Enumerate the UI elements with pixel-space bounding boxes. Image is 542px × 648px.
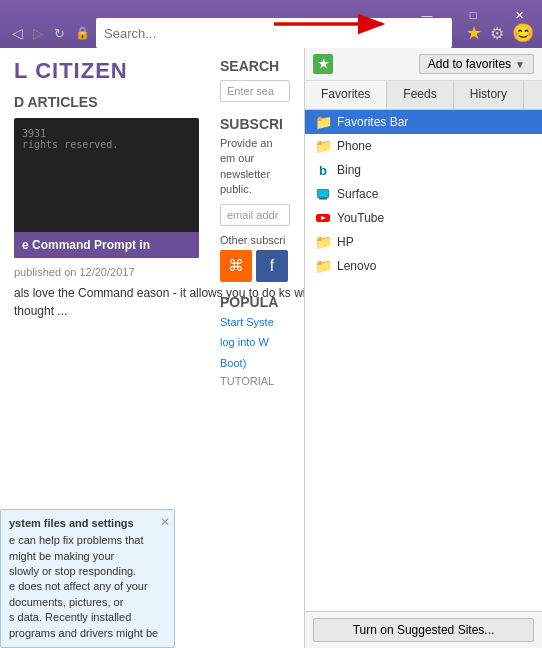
popular-item-1[interactable]: Start Syste <box>220 314 290 331</box>
folder-icon: 📁 <box>315 234 331 250</box>
favorites-tabs: Favorites Feeds History <box>305 81 542 110</box>
favorites-list: 📁 Favorites Bar 📁 Phone b Bing <box>305 110 542 611</box>
rss-icon[interactable]: ⌘ <box>220 250 252 282</box>
window-controls: — □ ✕ <box>404 0 542 30</box>
folder-icon: 📁 <box>315 258 331 274</box>
search-label: SEARCH <box>220 58 290 74</box>
right-column: SEARCH Enter sea SUBSCRI Provide an em o… <box>220 58 290 387</box>
tab-feeds[interactable]: Feeds <box>387 81 453 109</box>
email-input[interactable]: email addr <box>220 204 290 226</box>
svg-rect-4 <box>319 198 327 200</box>
favorites-footer: Turn on Suggested Sites... <box>305 611 542 648</box>
popular-label: POPULA <box>220 294 290 310</box>
close-button[interactable]: ✕ <box>496 0 542 30</box>
list-item[interactable]: b Bing <box>305 158 542 182</box>
article-card-title: e Command Prompt in <box>14 232 199 258</box>
subscribe-label: SUBSCRI <box>220 116 290 132</box>
list-item[interactable]: 📁 Lenovo <box>305 254 542 278</box>
subscribe-desc: Provide an em our newsletter public. <box>220 136 290 198</box>
folder-icon: 📁 <box>315 138 331 154</box>
tutorial-label: TUTORIAL <box>220 375 290 387</box>
favorites-green-icon: ★ <box>313 54 333 74</box>
list-item[interactable]: 📁 HP <box>305 230 542 254</box>
list-item[interactable]: Surface <box>305 182 542 206</box>
folder-icon: 📁 <box>315 114 331 130</box>
tab-favorites[interactable]: Favorites <box>305 81 387 109</box>
popular-item-2[interactable]: log into W <box>220 334 290 351</box>
list-item[interactable]: 📁 Phone <box>305 134 542 158</box>
notification-body: e can help fix problems that might be ma… <box>9 533 166 641</box>
facebook-icon[interactable]: f <box>256 250 288 282</box>
search-input[interactable] <box>104 26 444 41</box>
surface-icon <box>315 186 331 202</box>
svg-rect-3 <box>318 190 328 197</box>
refresh-button[interactable]: ↻ <box>50 24 69 43</box>
notification-title: ystem files and settings <box>9 516 166 531</box>
terminal-lines: 3931 rights reserved. <box>22 128 191 150</box>
favorites-panel: ★ Add to favorites ▼ Favorites Feeds His… <box>304 48 542 648</box>
tab-history[interactable]: History <box>454 81 524 109</box>
maximize-button[interactable]: □ <box>450 0 496 30</box>
list-item[interactable]: YouTube <box>305 206 542 230</box>
popular-item-3[interactable]: Boot) <box>220 355 290 372</box>
lock-icon: 🔒 <box>75 26 90 40</box>
favorites-header: ★ Add to favorites ▼ <box>305 48 542 81</box>
notification-close-button[interactable]: ✕ <box>160 514 170 531</box>
minimize-button[interactable]: — <box>404 0 450 30</box>
youtube-icon <box>315 210 331 226</box>
search-box[interactable]: Enter sea <box>220 80 290 102</box>
forward-button[interactable]: ▷ <box>29 23 48 43</box>
other-subscribe-label: Other subscri <box>220 234 290 246</box>
brand-accent: L <box>14 58 28 83</box>
address-bar-container <box>96 18 452 48</box>
bing-icon: b <box>315 162 331 178</box>
add-to-favorites-button[interactable]: Add to favorites ▼ <box>419 54 534 74</box>
brand-name: CITIZEN <box>35 58 128 83</box>
back-button[interactable]: ◁ <box>8 23 27 43</box>
chevron-down-icon: ▼ <box>515 59 525 70</box>
notification-bar: ✕ ystem files and settings e can help fi… <box>0 509 175 648</box>
suggested-sites-button[interactable]: Turn on Suggested Sites... <box>313 618 534 642</box>
list-item[interactable]: 📁 Favorites Bar <box>305 110 542 134</box>
article-card[interactable]: 3931 rights reserved. e Command Prompt i… <box>14 118 199 258</box>
